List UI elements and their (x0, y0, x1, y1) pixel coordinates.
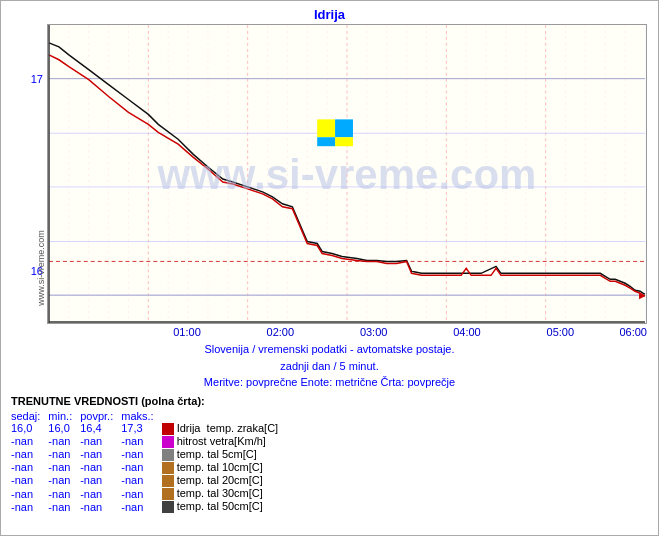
chart-title: Idrija (1, 1, 658, 24)
x-label-4: 04:00 (420, 326, 513, 338)
cell-povpr: -nan (80, 461, 121, 474)
svg-rect-41 (317, 137, 335, 146)
cell-label: temp. tal 10cm[C] (162, 461, 287, 474)
cell-povpr: 16,4 (80, 422, 121, 435)
svg-rect-42 (335, 137, 353, 146)
cell-min: -nan (48, 474, 80, 487)
cell-min: 16,0 (48, 422, 80, 435)
chart-svg-container: www.si-vreme.com (47, 24, 647, 326)
data-table: sedaj: min.: povpr.: maks.: 16,0 16,0 16… (11, 410, 286, 514)
header-povpr: povpr.: (80, 410, 121, 422)
cell-label: temp. tal 5cm[C] (162, 448, 287, 461)
caption-line3: Meritve: povprečne Enote: metrične Črta:… (1, 374, 658, 391)
cell-maks: -nan (121, 487, 161, 500)
cell-min: -nan (48, 487, 80, 500)
cell-povpr: -nan (80, 474, 121, 487)
cell-label: temp. tal 50cm[C] (162, 500, 287, 513)
cell-maks: -nan (121, 435, 161, 448)
cell-sedaj: -nan (11, 435, 48, 448)
cell-povpr: -nan (80, 448, 121, 461)
cell-povpr: -nan (80, 435, 121, 448)
cell-label: Idrija temp. zraka[C] (162, 422, 287, 435)
table-row: 16,0 16,0 16,4 17,3 Idrija temp. zraka[C… (11, 422, 286, 435)
table-row: -nan -nan -nan -nan temp. tal 10cm[C] (11, 461, 286, 474)
chart-container: 17 16 (19, 24, 658, 326)
header-empty (162, 410, 287, 422)
table-row: -nan -nan -nan -nan hitrost vetra[Km/h] (11, 435, 286, 448)
x-axis-labels: 01:00 02:00 03:00 04:00 05:00 06:00 (47, 326, 647, 338)
cell-label: temp. tal 30cm[C] (162, 487, 287, 500)
cell-sedaj: -nan (11, 448, 48, 461)
cell-povpr: -nan (80, 500, 121, 513)
table-row: -nan -nan -nan -nan temp. tal 50cm[C] (11, 500, 286, 513)
cell-maks: -nan (121, 474, 161, 487)
cell-sedaj: 16,0 (11, 422, 48, 435)
main-container: www.si-vreme.com Idrija 17 16 (0, 0, 659, 536)
table-title: TRENUTNE VREDNOSTI (polna črta): (11, 395, 648, 407)
cell-povpr: -nan (80, 487, 121, 500)
table-row: -nan -nan -nan -nan temp. tal 30cm[C] (11, 487, 286, 500)
x-label-6: 06:00 (607, 326, 647, 338)
table-row: -nan -nan -nan -nan temp. tal 5cm[C] (11, 448, 286, 461)
cell-min: -nan (48, 500, 80, 513)
data-table-section: TRENUTNE VREDNOSTI (polna črta): sedaj: … (11, 395, 648, 514)
cell-min: -nan (48, 448, 80, 461)
cell-sedaj: -nan (11, 500, 48, 513)
cell-maks: -nan (121, 461, 161, 474)
x-label-3: 03:00 (327, 326, 420, 338)
x-label-2: 02:00 (234, 326, 327, 338)
x-label-5: 05:00 (514, 326, 607, 338)
header-min: min.: (48, 410, 80, 422)
caption-line1: Slovenija / vremenski podatki - avtomats… (1, 341, 658, 358)
cell-min: -nan (48, 435, 80, 448)
side-watermark: www.si-vreme.com (36, 230, 46, 306)
svg-rect-40 (335, 119, 353, 137)
cell-maks: -nan (121, 448, 161, 461)
svg-rect-39 (317, 119, 335, 137)
caption: Slovenija / vremenski podatki - avtomats… (1, 341, 658, 391)
x-label-1: 01:00 (140, 326, 233, 338)
chart-svg (47, 24, 647, 324)
cell-maks: 17,3 (121, 422, 161, 435)
cell-min: -nan (48, 461, 80, 474)
table-row: -nan -nan -nan -nan temp. tal 20cm[C] (11, 474, 286, 487)
cell-sedaj: -nan (11, 461, 48, 474)
header-maks: maks.: (121, 410, 161, 422)
cell-label: hitrost vetra[Km/h] (162, 435, 287, 448)
header-sedaj: sedaj: (11, 410, 48, 422)
cell-sedaj: -nan (11, 474, 48, 487)
y-label-17: 17 (31, 73, 43, 85)
table-header-row: sedaj: min.: povpr.: maks.: (11, 410, 286, 422)
cell-maks: -nan (121, 500, 161, 513)
cell-label: temp. tal 20cm[C] (162, 474, 287, 487)
cell-sedaj: -nan (11, 487, 48, 500)
caption-line2: zadnji dan / 5 minut. (1, 358, 658, 375)
x-label-0 (47, 326, 140, 338)
